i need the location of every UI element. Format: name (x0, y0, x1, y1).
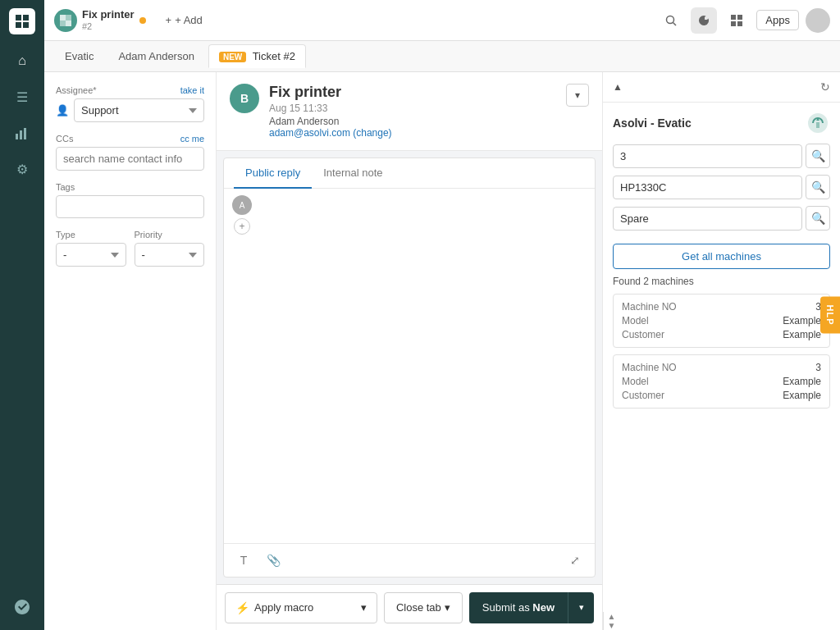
apply-macro-button[interactable]: ⚡ Apply macro ▾ (225, 592, 377, 623)
svg-rect-0 (16, 15, 21, 21)
tab-ticket2[interactable]: NEW Ticket #2 (208, 44, 306, 68)
spare-search-button[interactable]: 🔍 (806, 206, 830, 231)
brand-logo (54, 9, 77, 32)
sidebar-item-settings[interactable]: ⚙ (7, 154, 37, 184)
machine-row-no-1: Machine NO 3 (622, 301, 821, 313)
svg-rect-10 (737, 15, 742, 20)
ticket-dropdown[interactable]: ▾ (566, 84, 589, 107)
submit-btn-wrap: Submit as New ▾ (469, 592, 594, 623)
svg-point-7 (667, 16, 674, 23)
add-cc-icon[interactable]: + (234, 218, 250, 235)
sidebar-logo[interactable] (9, 8, 35, 34)
ccs-label: CCs cc me (56, 134, 204, 144)
lightning-icon: ⚡ (235, 601, 249, 614)
cc-me-link[interactable]: cc me (180, 134, 204, 144)
machine-no-search-button[interactable]: 🔍 (806, 144, 830, 168)
priority-select[interactable]: - (135, 243, 205, 267)
change-link[interactable]: (change) (353, 127, 391, 139)
author-email[interactable]: adam@asolvi.com (269, 127, 350, 139)
expand-button[interactable]: ⤢ (564, 549, 587, 572)
apply-macro-label: Apply macro (254, 601, 313, 614)
search-button[interactable] (658, 7, 684, 34)
priority-label: Priority (135, 230, 205, 240)
topnav-brand: Fix printer #2 (54, 8, 146, 32)
topnav-actions: Apps (658, 7, 830, 34)
middle-panel: B Fix printer Aug 15 11:33 Adam Anderson… (217, 72, 602, 630)
apps-button[interactable]: Apps (756, 10, 799, 30)
machine-card-2: Machine NO 3 Model Example Customer Exam… (613, 354, 830, 409)
grid-button[interactable] (724, 7, 750, 34)
assignee-select[interactable]: Support (74, 98, 204, 122)
ticket-num: #2 (82, 21, 135, 32)
sidebar: ⌂ ☰ ⚙ (0, 0, 44, 630)
ticket-name: Fix printer (82, 8, 135, 21)
machine-row-customer-2: Customer Example (622, 390, 821, 401)
tags-label: Tags (56, 182, 204, 192)
machine-row-no-2: Machine NO 3 (622, 362, 821, 373)
sidebar-item-zendesk[interactable] (7, 592, 37, 622)
close-tab-button[interactable]: Close tab ▾ (384, 592, 463, 623)
reply-area: Public reply Internal note A + T 📎 (223, 158, 596, 578)
reply-user-avatar: A (232, 195, 252, 215)
model-search-button[interactable]: 🔍 (806, 175, 830, 199)
assignee-label: Assignee* take it (56, 85, 204, 95)
ticket-info: Fix printer Aug 15 11:33 Adam Anderson a… (269, 84, 556, 139)
type-label: Type (56, 230, 126, 240)
tab-internal-note[interactable]: Internal note (312, 158, 394, 189)
add-button[interactable]: + + Add (159, 11, 209, 30)
reply-text-area[interactable] (258, 195, 587, 310)
machine-card-1: Machine NO 3 Model Example Customer Exam… (613, 294, 830, 348)
svg-rect-3 (23, 22, 29, 28)
right-panel-header: ▲ ↻ (603, 72, 840, 103)
take-it-link[interactable]: take it (180, 85, 204, 95)
attach-button[interactable]: 📎 (262, 549, 285, 572)
submit-dropdown-button[interactable]: ▾ (568, 592, 594, 623)
person-icon: 👤 (56, 104, 69, 116)
evatic-header: Asolvi - Evatic (613, 111, 830, 135)
tab-evatic[interactable]: Evatic (54, 44, 104, 68)
sidebar-item-reports[interactable] (7, 118, 37, 148)
submit-button[interactable]: Submit as New (469, 592, 568, 623)
close-tab-chevron-icon: ▾ (445, 601, 450, 614)
submit-label: Submit as New (482, 601, 555, 614)
type-field-group: Type - (56, 230, 126, 267)
text-format-button[interactable]: T (232, 549, 255, 572)
tags-input[interactable] (56, 195, 204, 218)
model-input[interactable] (613, 176, 802, 199)
refresh-button[interactable] (691, 7, 717, 34)
help-tab[interactable]: HLP (820, 297, 840, 334)
evatic-logo (806, 111, 830, 135)
machine-no-input[interactable] (613, 144, 802, 168)
main-area: Fix printer #2 + + Add (44, 0, 840, 630)
svg-line-8 (673, 22, 677, 25)
machine-no-row: 🔍 (613, 144, 830, 168)
get-machines-button[interactable]: Get all machines (613, 244, 830, 269)
reply-tabs: Public reply Internal note (224, 158, 595, 189)
tab-public-reply[interactable]: Public reply (234, 158, 312, 189)
assignee-select-wrap: 👤 Support (56, 98, 204, 122)
assignee-field-group: Assignee* take it 👤 Support (56, 85, 204, 122)
ccs-input[interactable] (56, 147, 204, 171)
panel-refresh-button[interactable]: ↻ (820, 80, 830, 94)
collapse-button[interactable]: ▲ (613, 81, 623, 93)
ticket-author: Adam Anderson adam@asolvi.com (change) (269, 116, 556, 139)
tab-badge: NEW (219, 52, 246, 62)
ccs-field-group: CCs cc me (56, 134, 204, 171)
svg-rect-11 (731, 21, 736, 26)
ticket-title: Fix printer (269, 84, 556, 101)
content-area: Assignee* take it 👤 Support CCs cc me (44, 72, 840, 630)
type-priority-row: Type - Priority - (56, 230, 204, 278)
tabs-row: Evatic Adam Anderson NEW Ticket #2 (44, 41, 840, 72)
sidebar-item-home[interactable]: ⌂ (7, 46, 37, 75)
close-tab-label: Close tab (396, 601, 441, 614)
tab-adam-anderson[interactable]: Adam Anderson (107, 44, 205, 68)
scroll-down-button[interactable]: ▼ (604, 621, 619, 630)
spare-input[interactable] (613, 207, 802, 231)
user-avatar[interactable] (806, 8, 830, 33)
svg-rect-6 (24, 128, 26, 139)
scroll-up-button[interactable]: ▲ (604, 612, 619, 621)
sidebar-item-tickets[interactable]: ☰ (7, 82, 37, 112)
macro-left: ⚡ Apply macro (235, 601, 313, 614)
svg-rect-5 (20, 130, 22, 139)
type-select[interactable]: - (56, 243, 126, 267)
